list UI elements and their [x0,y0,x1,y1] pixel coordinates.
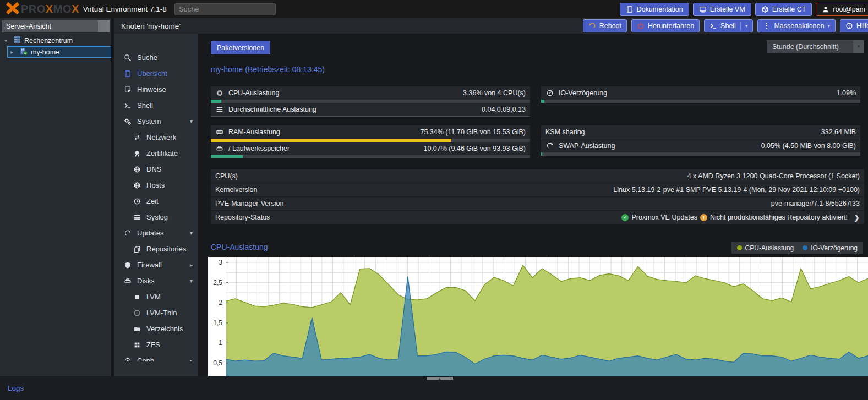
topbar-button-erstelle-ct[interactable]: Erstelle CT [755,3,812,16]
stat-row: Durchschnittliche Auslastung0.04,0.09,0.… [211,103,530,116]
legend-label: IO-Verzögerung [811,244,858,252]
menu-item--bersicht[interactable]: Übersicht [114,65,198,81]
menu-item-label: Suche [137,53,157,62]
repository-status-row: Repository-Status✓Proxmox VE Updates!Nic… [211,211,864,224]
chevron-down-icon[interactable]: ▾ [827,23,830,29]
check-circle-icon: ✓ [621,214,629,221]
toolbar-button-herunterfahren[interactable]: Herunterfahren [631,19,700,32]
node-toolbar: Knoten 'my-home' RebootHerunterfahrenShe… [114,18,868,34]
stat-value: 75.34% (11.70 GiB von 15.53 GiB) [420,128,526,136]
stat-label: SWAP-Auslastung [559,142,615,150]
menu-item-zfs[interactable]: ZFS [114,337,198,353]
y-axis-tick-label: 1,5 [208,319,222,327]
button-label: Hilfe [856,22,868,30]
menu-item-syslog[interactable]: Syslog [114,209,198,225]
chevron-down-icon: ▼ [853,40,864,53]
button-label: Massenaktionen [774,22,824,30]
menu-item-shell[interactable]: Shell [114,97,198,113]
terminal-icon [709,22,717,30]
hdd-icon [215,145,224,152]
y-axis-tick-label: 3 [208,259,222,266]
search-icon [123,54,132,62]
topbar-button-erstelle-vm[interactable]: Erstelle VM [693,3,751,16]
stat-row: KSM sharing332.64 MiB [541,125,860,139]
cpu-usage-chart: 32,521,510,5 [208,257,868,376]
menu-item-suche[interactable]: Suche [114,50,198,65]
node-info-table: CPU(s)4 x AMD Ryzen 3 1200 Quad-Core Pro… [211,169,864,224]
menu-item-zeit[interactable]: Zeit [114,193,198,209]
caret-up-icon: ▲ [438,377,442,380]
toolbar-button-reboot[interactable]: Reboot [583,19,627,32]
view-selector-dropdown[interactable]: Server-Ansicht [2,20,110,32]
globe-icon [133,166,141,173]
package-versions-button[interactable]: Paketversionen [211,41,270,54]
search-input[interactable] [174,3,276,15]
chevron-down-icon [98,20,110,32]
menu-item-label: Repositories [146,245,186,253]
menu-item-lvm-thin[interactable]: LVM-Thin [114,305,198,321]
time-period-select[interactable]: Stunde (Durchschnitt) ▼ [767,40,864,53]
clock-icon [133,198,141,205]
node-toolbar-buttons: RebootHerunterfahrenShell▾Massenaktionen… [583,19,868,32]
toolbar-button-hilfe[interactable]: ?Hilfe [840,19,868,32]
menu-item-verzeichnis[interactable]: Verzeichnis [114,321,198,337]
reboot-icon [588,22,596,30]
menu-item-updates[interactable]: Updates▾ [114,225,198,241]
menu-item-label: Zeit [146,197,159,205]
caret-right-icon[interactable]: ▸ [10,49,16,55]
cpu-icon [215,89,224,97]
node-title: Knoten 'my-home' [121,22,181,30]
menu-item-label: Netzwerk [146,133,176,141]
menu-item-label: LVM [146,293,161,301]
info-row: PVE-Manager-Versionpve-manager/7.1-8/5b2… [211,197,864,210]
stat-value: 0.05% (4.50 MiB von 8.00 GiB) [761,142,856,150]
menu-item-label: Shell [137,101,153,109]
menu-item-lvm[interactable]: LVM [114,289,198,305]
stat-value: 0.04,0.09,0.13 [482,106,526,113]
menu-item-disks[interactable]: Disks▾ [114,273,198,289]
repo-warning-text: Nicht produktionsfähiges Repository akti… [710,213,848,221]
proxmox-app: PROXMOX Virtual Environment 7.1-8 Dokume… [0,0,868,400]
tree-item-node-my-home[interactable]: ▸ my-home [7,46,111,58]
dots-icon [763,22,771,30]
menu-item-netzwerk[interactable]: Netzwerk [114,129,198,145]
panel-splitter-handle[interactable]: ▲ [427,377,453,380]
legend-item[interactable]: CPU-Auslastung [737,244,794,252]
menu-item-label: Updates [137,229,163,237]
caret-right-icon: ▸ [190,358,193,361]
legend-item[interactable]: IO-Verzögerung [803,244,858,252]
menu-item-dns[interactable]: DNS [114,161,198,177]
display-icon [699,6,707,13]
proxmox-logo-icon [6,2,20,16]
chevron-right-icon[interactable]: ❯ [854,213,860,222]
toolbar-button-massenaktionen[interactable]: Massenaktionen▾ [757,19,836,32]
menu-item-hosts[interactable]: Hosts [114,177,198,193]
info-label: Repository-Status [215,213,270,221]
menu-item-firewall[interactable]: Firewall▸ [114,257,198,273]
menu-item-system[interactable]: System▾ [114,113,198,129]
stat-row: RAM-Auslastung75.34% (11.70 GiB von 15.5… [211,125,530,139]
toolbar-button-shell[interactable]: Shell▾ [704,19,753,32]
chevron-down-icon[interactable]: ▾ [745,23,748,29]
logs-panel-collapsed[interactable]: ▲ Logs [0,376,868,400]
proxmox-logo-text: PROXMOX [21,3,79,15]
stat-label: CPU-Auslastung [228,89,279,97]
button-label: Shell [720,22,736,30]
y-axis-tick-label: 2 [208,299,222,306]
caret-down-icon[interactable]: ▾ [4,37,10,43]
menu-item-zertifikate[interactable]: Zertifikate [114,145,198,161]
user-menu-button[interactable]: root@pam [816,3,868,16]
tree-item-datacenter[interactable]: ▾ Rechenzentrum [0,35,111,46]
info-label: CPU(s) [215,172,238,180]
topbar-button-dokumentation[interactable]: Dokumentation [620,3,689,16]
node-icon [19,47,28,57]
terminal-icon [123,102,132,109]
menu-item-ceph[interactable]: Ceph▸ [114,353,198,361]
menu-item-hinweise[interactable]: Hinweise [114,81,198,97]
stat-value: 1.09% [837,89,856,97]
menu-item-label: Hosts [146,181,165,189]
caret-down-icon: ▾ [190,230,193,236]
stat-progressbar [541,100,860,103]
legend-dot-icon [803,245,807,250]
menu-item-repositories[interactable]: Repositories [114,241,198,257]
